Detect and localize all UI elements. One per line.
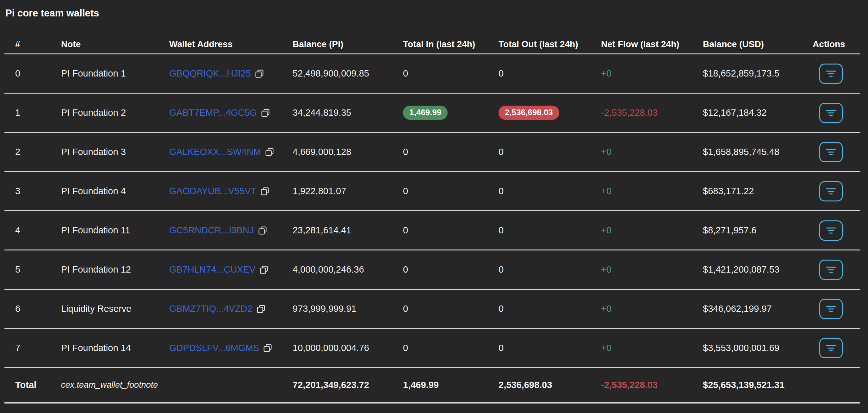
copy-icon[interactable] (256, 304, 266, 314)
balance-usd: $1,658,895,745.48 (692, 147, 802, 157)
total-in-sum: 1,469.99 (392, 380, 488, 390)
total-in: 0 (392, 225, 488, 235)
net-flow: +0 (590, 225, 692, 235)
total-in: 0 (392, 147, 488, 157)
net-flow: +0 (590, 186, 692, 196)
table-row: 6 Liquidity Reserve GBMZ7TIQ...4VZD2 973… (4, 290, 860, 329)
total-balance-usd: $25,653,139,521.31 (692, 380, 802, 390)
table-row: 5 PI Foundation 12 GB7HLN74...CUXEV 4,00… (4, 250, 860, 290)
wallet-address-link[interactable]: GBMZ7TIQ...4VZD2 (169, 304, 252, 314)
col-header-index: # (4, 39, 50, 49)
filter-icon (826, 306, 836, 312)
col-header-total-out: Total Out (last 24h) (488, 39, 590, 49)
balance-usd: $3,553,000,001.69 (692, 343, 802, 353)
filter-button[interactable] (819, 338, 843, 358)
filter-icon (826, 149, 836, 156)
filter-button[interactable] (819, 260, 843, 280)
total-out-sum: 2,536,698.03 (488, 380, 590, 390)
wallet-note: PI Foundation 12 (50, 264, 158, 275)
total-in: 0 (392, 186, 488, 196)
wallet-address-link[interactable]: GC5RNDCR...I3BNJ (169, 225, 254, 235)
wallet-note: PI Foundation 14 (50, 343, 158, 353)
total-net-flow: -2,535,228.03 (590, 380, 692, 390)
filter-icon (826, 188, 836, 195)
filter-button[interactable] (819, 142, 843, 162)
balance-usd: $18,652,859,173.5 (692, 68, 802, 79)
col-header-balance-usd: Balance (USD) (692, 39, 802, 49)
filter-button[interactable] (819, 64, 843, 84)
net-flow: +0 (590, 147, 692, 157)
wallet-note: PI Foundation 1 (50, 68, 158, 79)
total-balance-pi: 72,201,349,623.72 (282, 380, 392, 390)
wallet-address-link[interactable]: GBQQRIQK...HJI25 (169, 68, 251, 79)
col-header-address: Wallet Address (158, 39, 282, 49)
balance-usd: $683,171.22 (692, 186, 802, 196)
net-flow: +0 (590, 68, 692, 79)
table-row: 0 PI Foundation 1 GBQQRIQK...HJI25 52,49… (4, 54, 860, 94)
wallet-note: PI Foundation 3 (50, 147, 158, 157)
copy-icon[interactable] (259, 265, 269, 275)
total-out: 0 (488, 304, 590, 314)
table-row: 4 PI Foundation 11 GC5RNDCR...I3BNJ 23,2… (4, 211, 860, 250)
copy-icon[interactable] (255, 69, 264, 78)
wallet-note: Liquidity Reserve (50, 304, 158, 314)
wallet-address-link[interactable]: GB7HLN74...CUXEV (169, 264, 255, 275)
row-index: 4 (4, 225, 50, 235)
wallet-address-link[interactable]: GDPDSLFV...6MGMS (169, 343, 259, 353)
col-header-note: Note (50, 39, 158, 49)
table-total-row: Total cex.team_wallet_footnote 72,201,34… (4, 368, 860, 404)
col-header-net-flow: Net Flow (last 24h) (590, 39, 692, 49)
copy-icon[interactable] (261, 108, 270, 118)
net-flow: +0 (590, 304, 692, 314)
balance-pi: 23,281,614.41 (282, 225, 392, 235)
page-title: Pi core team wallets (0, 0, 868, 20)
balance-pi: 4,669,000,128 (282, 147, 392, 157)
copy-icon[interactable] (263, 343, 272, 353)
balance-pi: 973,999,999.91 (282, 304, 392, 314)
total-in: 0 (392, 343, 488, 353)
balance-usd: $12,167,184.32 (692, 107, 802, 118)
wallet-note: PI Foundation 2 (50, 107, 158, 118)
filter-button[interactable] (819, 220, 843, 241)
total-out: 0 (488, 186, 590, 196)
table-row: 3 PI Foundation 4 GAODAYUB...V55VT 1,922… (4, 172, 860, 211)
balance-pi: 1,922,801.07 (282, 186, 392, 196)
total-out: 0 (488, 68, 590, 79)
total-in: 0 (392, 264, 488, 275)
filter-button[interactable] (819, 299, 843, 319)
table-row: 1 PI Foundation 2 GABT7EMP...4GC5G 34,24… (4, 94, 860, 133)
col-header-total-in: Total In (last 24h) (392, 39, 488, 49)
balance-usd: $1,421,200,087.53 (692, 264, 802, 275)
total-out: 0 (488, 225, 590, 235)
balance-pi: 4,000,000,246.36 (282, 264, 392, 275)
filter-icon (826, 266, 836, 273)
copy-icon[interactable] (258, 226, 267, 235)
wallet-address-link[interactable]: GABT7EMP...4GC5G (169, 107, 257, 118)
total-out: 0 (488, 264, 590, 275)
total-in: 0 (392, 304, 488, 314)
col-header-actions: Actions (802, 39, 860, 49)
row-index: 0 (4, 68, 50, 79)
filter-button[interactable] (819, 181, 843, 201)
filter-icon (826, 70, 836, 77)
table-row: 2 PI Foundation 3 GALKEOXX...SW4NM 4,669… (4, 133, 860, 172)
filter-button[interactable] (819, 103, 843, 123)
row-index: 3 (4, 186, 50, 196)
wallet-note: PI Foundation 4 (50, 186, 158, 196)
net-flow: +0 (590, 343, 692, 353)
total-out: 0 (488, 343, 590, 353)
table-row: 7 PI Foundation 14 GDPDSLFV...6MGMS 10,0… (4, 329, 860, 368)
wallet-address-link[interactable]: GAODAYUB...V55VT (169, 186, 256, 196)
net-flow: +0 (590, 264, 692, 275)
col-header-balance-pi: Balance (Pi) (282, 39, 392, 49)
balance-pi: 52,498,900,009.85 (282, 68, 392, 79)
total-out: 0 (488, 147, 590, 157)
balance-usd: $8,271,957.6 (692, 225, 802, 235)
table-header-row: # Note Wallet Address Balance (Pi) Total… (4, 35, 860, 54)
filter-icon (826, 227, 836, 234)
total-footnote: cex.team_wallet_footnote (50, 380, 158, 390)
copy-icon[interactable] (265, 147, 274, 157)
copy-icon[interactable] (260, 187, 270, 196)
wallet-address-link[interactable]: GALKEOXX...SW4NM (169, 147, 261, 157)
total-in: 0 (392, 68, 488, 79)
